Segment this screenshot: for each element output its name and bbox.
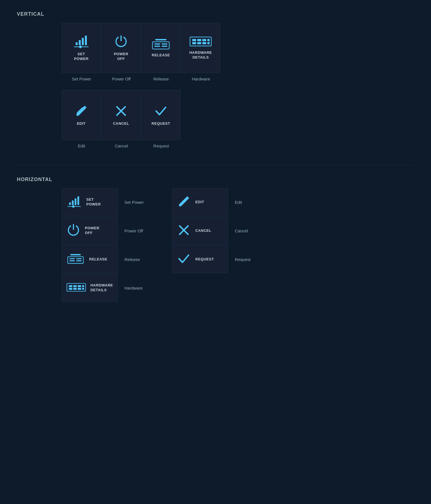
card-col-hardware: HARDWAREDETAILS Hardware — [181, 23, 221, 81]
svg-rect-14 — [197, 39, 201, 41]
svg-rect-27 — [77, 196, 79, 205]
card-col-request: REQUEST Request — [141, 90, 181, 148]
hcard-hardware-sublabel: Hardware — [124, 286, 150, 290]
svg-rect-36 — [67, 283, 85, 291]
svg-point-29 — [72, 205, 75, 208]
release-icon — [151, 38, 171, 50]
power-off-icon — [114, 34, 128, 48]
h-release-icon — [66, 253, 85, 265]
hcard-power-off-label: POWEROFF — [85, 226, 113, 235]
card-col-power-off: POWEROFF Power Off — [101, 23, 141, 81]
svg-rect-8 — [154, 43, 160, 45]
hcard-set-power[interactable]: SETPOWER — [62, 188, 118, 216]
svg-rect-3 — [85, 36, 87, 45]
svg-rect-24 — [69, 202, 71, 205]
vcard-set-power-label: SETPOWER — [74, 52, 89, 61]
svg-rect-43 — [78, 288, 81, 290]
h-hardware-icon — [66, 282, 86, 293]
svg-rect-13 — [192, 39, 196, 41]
card-col-edit: EDIT Edit — [62, 90, 101, 148]
hcard-request-sublabel: Request — [235, 257, 260, 262]
vcard-set-power-sublabel: Set Power — [62, 77, 101, 81]
hcard-release-label: RELEASE — [89, 257, 113, 262]
hcard-row-power-off: POWEROFF Power Off — [62, 217, 150, 245]
svg-rect-7 — [152, 42, 169, 49]
vcard-edit-label: EDIT — [77, 121, 86, 126]
svg-rect-6 — [155, 39, 166, 40]
horizontal-left-group: SETPOWER Set Power POWEROFF Power Off — [62, 188, 150, 302]
hcard-request-label: REQUEST — [195, 257, 223, 262]
section-divider — [17, 165, 414, 165]
hcard-row-edit: EDIT Edit — [172, 188, 260, 216]
svg-rect-0 — [76, 42, 78, 45]
svg-rect-39 — [78, 285, 81, 287]
card-col-cancel: CANCEL Cancel — [101, 90, 141, 148]
svg-rect-20 — [207, 42, 210, 44]
svg-rect-18 — [197, 42, 201, 44]
vcard-power-off[interactable]: POWEROFF — [101, 23, 141, 73]
hcard-row-hardware: HARDWAREDETAILS Hardware — [62, 274, 150, 302]
vcard-release-label: RELEASE — [152, 53, 170, 58]
svg-point-5 — [79, 45, 82, 48]
cancel-icon — [114, 104, 128, 118]
vcard-hardware[interactable]: HARDWAREDETAILS — [181, 23, 220, 73]
card-col-set-power: SETPOWER Set Power — [62, 23, 101, 81]
vcard-request[interactable]: REQUEST — [141, 90, 180, 140]
svg-rect-32 — [69, 258, 75, 259]
hcard-edit-sublabel: Edit — [235, 200, 260, 205]
hcard-cancel[interactable]: CANCEL — [172, 217, 228, 245]
h-power-off-icon — [66, 223, 80, 238]
svg-rect-34 — [76, 258, 82, 259]
hcard-power-off-sublabel: Power Off — [124, 228, 150, 233]
svg-rect-31 — [68, 257, 84, 263]
vcard-power-off-sublabel: Power Off — [102, 77, 141, 81]
svg-rect-26 — [75, 198, 76, 205]
h-edit-icon — [177, 195, 191, 210]
svg-rect-15 — [202, 39, 206, 41]
vcard-release-sublabel: Release — [142, 77, 181, 81]
svg-rect-40 — [82, 285, 84, 287]
svg-rect-1 — [79, 40, 81, 45]
vcard-request-label: REQUEST — [152, 121, 170, 126]
vcard-set-power[interactable]: SETPOWER — [62, 23, 101, 73]
svg-rect-12 — [190, 37, 211, 46]
svg-rect-2 — [82, 38, 84, 45]
hcard-power-off[interactable]: POWEROFF — [62, 217, 118, 245]
vcard-power-off-label: POWEROFF — [114, 52, 128, 61]
h-request-icon — [177, 252, 191, 267]
vcard-cancel-label: CANCEL — [113, 121, 129, 126]
hcard-edit-label: EDIT — [195, 200, 223, 205]
card-col-release: RELEASE Release — [141, 23, 181, 81]
hcard-hardware[interactable]: HARDWAREDETAILS — [62, 274, 118, 302]
svg-rect-33 — [69, 260, 75, 262]
hcard-release-sublabel: Release — [124, 257, 150, 262]
vcard-hardware-label: HARDWAREDETAILS — [189, 50, 212, 60]
hcard-row-request: REQUEST Request — [172, 245, 260, 273]
svg-rect-25 — [72, 200, 73, 205]
vcard-request-sublabel: Request — [142, 144, 181, 148]
hcard-cancel-sublabel: Cancel — [235, 228, 260, 233]
horizontal-right-group: EDIT Edit CANCEL Cancel — [172, 188, 260, 274]
h-set-power-icon — [66, 195, 82, 209]
svg-rect-41 — [69, 288, 72, 290]
svg-rect-30 — [70, 254, 81, 255]
svg-rect-38 — [73, 285, 77, 287]
vcard-edit-sublabel: Edit — [62, 144, 101, 148]
svg-rect-10 — [162, 43, 167, 45]
svg-rect-35 — [76, 260, 82, 262]
vcard-cancel[interactable]: CANCEL — [101, 90, 141, 140]
svg-rect-16 — [207, 39, 210, 41]
horizontal-label: HORIZONTAL — [17, 177, 414, 182]
hcard-edit[interactable]: EDIT — [172, 188, 228, 216]
set-power-icon — [73, 34, 90, 48]
hcard-release[interactable]: RELEASE — [62, 245, 118, 273]
hardware-icon — [189, 36, 212, 47]
svg-rect-42 — [73, 288, 77, 290]
hcard-hardware-label: HARDWAREDETAILS — [91, 283, 113, 293]
svg-rect-19 — [202, 42, 206, 44]
vcard-cancel-sublabel: Cancel — [102, 144, 141, 148]
hcard-set-power-label: SETPOWER — [86, 197, 113, 207]
vcard-release[interactable]: RELEASE — [141, 23, 180, 73]
vcard-edit[interactable]: EDIT — [62, 90, 101, 140]
hcard-request[interactable]: REQUEST — [172, 245, 228, 273]
